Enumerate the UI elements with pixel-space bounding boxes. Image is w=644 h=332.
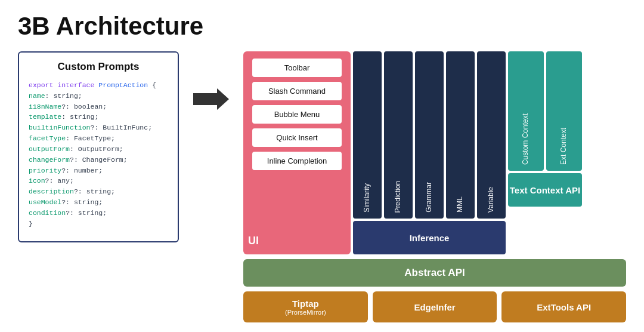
quick-insert-button[interactable]: Quick Insert xyxy=(252,128,342,147)
dark-cols: Similarity Prediction Grammar MML Variab… xyxy=(353,51,506,219)
code-plain: { xyxy=(152,81,156,89)
grammar-label: Grammar xyxy=(425,182,434,213)
similarity-col: Similarity xyxy=(353,51,382,219)
dark-section: Similarity Prediction Grammar MML Variab… xyxy=(353,51,506,254)
ui-label: UI xyxy=(248,235,259,247)
prediction-col: Prediction xyxy=(384,51,413,219)
teal-section: Custom Context Ext Context Text Context … xyxy=(508,51,582,254)
abstract-api-bar: Abstract API xyxy=(243,259,626,287)
arrow-section xyxy=(193,51,229,111)
code-prop: priority xyxy=(29,167,61,174)
mml-label: MML xyxy=(456,196,465,213)
teal-cols: Custom Context Ext Context xyxy=(508,51,582,171)
mml-col: MML xyxy=(446,51,475,219)
similarity-label: Similarity xyxy=(363,183,372,213)
inference-block: Inference xyxy=(353,221,506,254)
inference-label: Inference xyxy=(410,233,450,243)
custom-prompts-title: Custom Prompts xyxy=(29,61,168,73)
ext-context-col: Ext Context xyxy=(546,51,582,171)
edgeinfer-label: EdgeInfer xyxy=(414,302,455,312)
main-layout: Custom Prompts export interface PromptAc… xyxy=(18,51,626,322)
code-prop: facetType xyxy=(29,134,66,142)
edgeinfer-box: EdgeInfer xyxy=(373,291,497,322)
tiptap-sub: (ProrseMirror) xyxy=(285,309,326,316)
code-prop: condition xyxy=(29,209,66,217)
ui-box: Toolbar Slash Command Bubble Menu Quick … xyxy=(243,51,351,254)
page-title: 3B Architecture xyxy=(18,12,626,41)
code-prop: changeForm xyxy=(29,156,70,164)
inline-completion-button[interactable]: Inline Completion xyxy=(252,152,342,170)
variable-col: Variable xyxy=(477,51,506,219)
arch-diagram: Toolbar Slash Command Bubble Menu Quick … xyxy=(243,51,626,322)
custom-prompts-box: Custom Prompts export interface PromptAc… xyxy=(18,51,179,242)
code-prop: outputForm xyxy=(29,145,70,153)
tiptap-box: Tiptap (ProrseMirror) xyxy=(243,291,368,322)
code-prop: template xyxy=(29,113,61,121)
bubble-menu-button[interactable]: Bubble Menu xyxy=(252,105,342,124)
abstract-api-label: Abstract API xyxy=(404,267,465,279)
arrow-icon xyxy=(193,87,229,111)
svg-marker-0 xyxy=(193,88,229,110)
code-prop: useModel xyxy=(29,198,61,206)
code-prop: builtinFunction xyxy=(29,124,91,131)
code-block: export interface PromptAction { name: st… xyxy=(29,80,168,229)
code-prop: name xyxy=(29,92,45,100)
text-context-api: Text Context API xyxy=(508,173,582,207)
code-prop: i18nName xyxy=(29,103,61,110)
code-keyword: export interface xyxy=(29,81,98,89)
ext-context-label: Ext Context xyxy=(559,128,569,165)
arch-top: Toolbar Slash Command Bubble Menu Quick … xyxy=(243,51,626,254)
prediction-label: Prediction xyxy=(394,181,403,213)
variable-label: Variable xyxy=(487,187,496,213)
code-prop: description xyxy=(29,187,74,195)
custom-context-col: Custom Context xyxy=(508,51,544,171)
exttools-label: ExtTools API xyxy=(537,302,591,312)
code-prop: icon xyxy=(29,177,45,185)
code-type: PromptAction xyxy=(98,81,152,89)
tiptap-label: Tiptap xyxy=(292,299,319,309)
exttools-box: ExtTools API xyxy=(501,291,626,322)
text-context-api-label: Text Context API xyxy=(510,185,580,195)
custom-context-label: Custom Context xyxy=(521,113,531,165)
grammar-col: Grammar xyxy=(415,51,444,219)
bottom-row: Tiptap (ProrseMirror) EdgeInfer ExtTools… xyxy=(243,291,626,322)
slash-command-button[interactable]: Slash Command xyxy=(252,82,342,100)
toolbar-button[interactable]: Toolbar xyxy=(252,59,342,77)
